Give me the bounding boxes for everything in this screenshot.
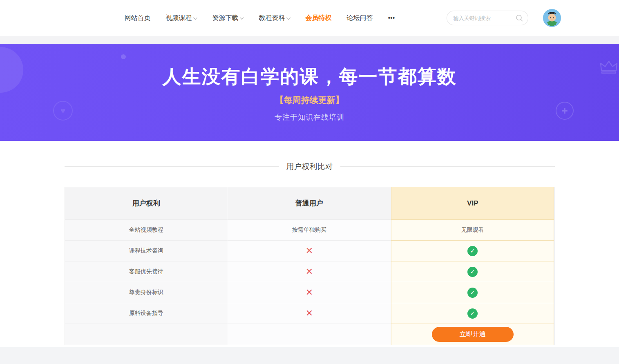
chevron-down-icon bbox=[286, 16, 291, 20]
vip-cell: ✓ bbox=[391, 303, 554, 324]
cross-icon: ✕ bbox=[306, 308, 313, 319]
privilege-name-cell: 原料设备指导 bbox=[65, 303, 228, 324]
table-row: 课程技术咨询✕✓ bbox=[65, 241, 554, 261]
nav-item-5[interactable]: 会员特权 bbox=[306, 14, 332, 22]
user-avatar[interactable] bbox=[543, 9, 561, 27]
table-row: 客服优先接待✕✓ bbox=[65, 261, 554, 282]
search-icon[interactable] bbox=[515, 14, 523, 22]
nav-item-label: 网站首页 bbox=[125, 14, 151, 22]
nav-item-4[interactable]: 教程资料 bbox=[259, 14, 291, 22]
hero-tagline: 专注于知识在线培训 bbox=[0, 112, 619, 122]
site-logo[interactable] bbox=[58, 7, 124, 29]
nav-item-7[interactable]: ••• bbox=[388, 14, 395, 22]
nav-item-label: 会员特权 bbox=[306, 14, 332, 22]
chevron-down-icon bbox=[240, 16, 244, 20]
table-row: 立即开通 bbox=[65, 324, 554, 345]
chevron-down-icon bbox=[193, 16, 197, 20]
vip-cell: ✓ bbox=[391, 241, 554, 261]
vip-cell: ✓ bbox=[391, 261, 554, 282]
table-header-2: 普通用户 bbox=[228, 187, 391, 220]
vip-cell: 立即开通 bbox=[391, 324, 554, 345]
privileges-comparison-table: 用户权利普通用户VIP全站视频教程按需单独购买无限观看课程技术咨询✕✓客服优先接… bbox=[65, 187, 555, 345]
heart-circle-icon: ♥ bbox=[53, 101, 73, 121]
cell-text: 无限观看 bbox=[461, 226, 484, 234]
check-circle-icon: ✓ bbox=[467, 288, 478, 298]
check-circle-icon: ✓ bbox=[467, 308, 478, 319]
nav-item-3[interactable]: 资源下载 bbox=[212, 14, 244, 22]
privilege-name-cell: 尊贵身份标识 bbox=[65, 282, 228, 303]
table-header-3: VIP bbox=[391, 187, 554, 220]
hero-subtitle: 【每周持续更新】 bbox=[0, 94, 619, 106]
privilege-name-cell: 客服优先接待 bbox=[65, 261, 228, 282]
privilege-name-cell: 全站视频教程 bbox=[65, 220, 228, 241]
table-row: 全站视频教程按需单独购买无限观看 bbox=[65, 220, 554, 241]
section-title: 用户权利比对 bbox=[279, 161, 340, 173]
nav-item-label: 教程资料 bbox=[259, 14, 285, 22]
main-content: 用户权利比对 用户权利普通用户VIP全站视频教程按需单独购买无限观看课程技术咨询… bbox=[0, 141, 619, 345]
nav-item-6[interactable]: 论坛问答 bbox=[347, 14, 373, 22]
nav-item-label: 视频课程 bbox=[166, 14, 192, 22]
search-box bbox=[447, 11, 528, 25]
vip-cell: 无限观看 bbox=[391, 220, 554, 241]
cross-icon: ✕ bbox=[306, 246, 313, 256]
cell-text: 按需单独购买 bbox=[292, 226, 326, 234]
hero-title: 人生没有白学的课，每一节都算数 bbox=[0, 44, 619, 89]
normal-user-cell: ✕ bbox=[228, 303, 391, 324]
normal-user-cell: 按需单独购买 bbox=[228, 220, 391, 241]
cross-icon: ✕ bbox=[306, 266, 313, 277]
normal-user-cell bbox=[228, 324, 391, 345]
nav-item-1[interactable]: 网站首页 bbox=[125, 14, 151, 22]
footer-strip bbox=[0, 347, 619, 364]
table-row: 尊贵身份标识✕✓ bbox=[65, 282, 554, 303]
normal-user-cell: ✕ bbox=[228, 282, 391, 303]
check-circle-icon: ✓ bbox=[467, 246, 478, 256]
normal-user-cell: ✕ bbox=[228, 241, 391, 261]
hero-banner: ♥ + 人生没有白学的课，每一节都算数 【每周持续更新】 专注于知识在线培训 bbox=[0, 44, 619, 141]
nav-item-label: 论坛问答 bbox=[347, 14, 373, 22]
check-circle-icon: ✓ bbox=[467, 267, 478, 277]
vip-cell: ✓ bbox=[391, 282, 554, 303]
main-nav: 网站首页视频课程资源下载教程资料会员特权论坛问答••• bbox=[125, 14, 395, 22]
activate-vip-button[interactable]: 立即开通 bbox=[432, 327, 514, 342]
avatar-boy-icon bbox=[543, 9, 561, 27]
privilege-name-cell: 课程技术咨询 bbox=[65, 241, 228, 261]
nav-item-label: ••• bbox=[388, 14, 395, 22]
normal-user-cell: ✕ bbox=[228, 261, 391, 282]
nav-item-2[interactable]: 视频课程 bbox=[166, 14, 197, 22]
table-header-1: 用户权利 bbox=[65, 187, 228, 220]
privilege-name-cell bbox=[65, 324, 228, 345]
cross-icon: ✕ bbox=[306, 287, 313, 298]
crown-icon bbox=[600, 59, 618, 74]
section-title-row: 用户权利比对 bbox=[65, 161, 555, 173]
nav-banner-divider bbox=[0, 36, 619, 44]
plus-circle-icon: + bbox=[556, 102, 574, 120]
top-navigation-bar: 网站首页视频课程资源下载教程资料会员特权论坛问答••• bbox=[0, 0, 619, 36]
table-row: 原料设备指导✕✓ bbox=[65, 303, 554, 324]
table-header-row: 用户权利普通用户VIP bbox=[65, 187, 554, 220]
nav-item-label: 资源下载 bbox=[212, 14, 239, 22]
dot-decoration bbox=[121, 54, 126, 59]
